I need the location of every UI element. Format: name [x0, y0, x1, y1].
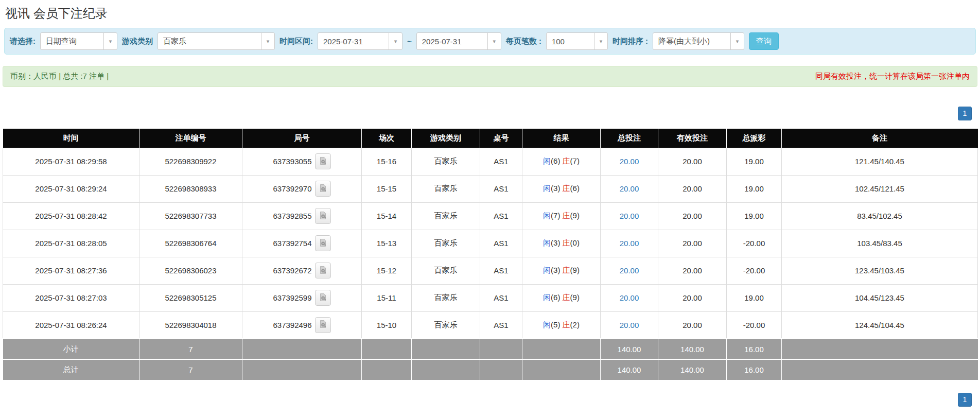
round-id: 637392496 — [273, 321, 311, 329]
table-row: 2025-07-31 08:27:03522698305125637392599… — [3, 284, 978, 311]
video-replay-button[interactable] — [315, 290, 331, 306]
table-row: 2025-07-31 08:28:05522698306764637392754… — [3, 230, 978, 257]
video-replay-button[interactable] — [315, 263, 331, 278]
round-id-cell: 637392672 — [242, 257, 362, 284]
result-player-score: (7) — [551, 211, 560, 220]
column-header: 游戏类别 — [412, 129, 480, 148]
column-header: 局号 — [242, 129, 362, 148]
bet-id-cell: 522698308933 — [139, 175, 242, 202]
total-bet-cell: 20.00 — [601, 148, 658, 175]
time-sort-select[interactable]: 降幂(由大到小) ▾ — [653, 32, 744, 50]
total-bet-link[interactable]: 20.00 — [620, 293, 639, 302]
page-size-select[interactable]: 100 ▾ — [546, 32, 608, 50]
total-bet-link[interactable]: 20.00 — [620, 157, 639, 166]
page-1-button[interactable]: 1 — [958, 393, 972, 407]
column-header: 有效投注 — [658, 129, 727, 148]
table-no-cell: AS1 — [480, 257, 522, 284]
video-replay-button[interactable] — [315, 208, 331, 224]
result-cell: 闲(3) 庄(9) — [522, 257, 601, 284]
video-replay-icon — [319, 238, 327, 249]
subtotal-row-payout: 16.00 — [727, 339, 782, 359]
video-replay-button[interactable] — [315, 153, 331, 169]
subtotal-row-label: 小计 — [3, 339, 139, 359]
chevron-down-icon[interactable]: ▾ — [487, 33, 501, 49]
session-cell: 15-14 — [362, 202, 412, 230]
grand-total-row-label: 总计 — [3, 359, 139, 380]
summary-bar: 币别：人民币 | 总共 :7 注单 | 同局有效投注，统一计算在该局第一张注单内 — [3, 66, 977, 87]
date-to-value: 2025-07-31 — [417, 33, 487, 49]
total-bet-cell: 20.00 — [601, 202, 658, 230]
result-cell: 闲(5) 庄(2) — [522, 311, 601, 339]
grand-total-row-empty — [412, 359, 480, 380]
remark-cell: 103.45/83.45 — [782, 230, 978, 257]
round-id-cell: 637392496 — [242, 311, 362, 339]
column-header: 时间 — [3, 129, 139, 148]
grand-total-row: 总计7140.00140.0016.00 — [3, 359, 978, 380]
chevron-down-icon[interactable]: ▾ — [730, 33, 744, 49]
total-bet-link[interactable]: 20.00 — [620, 266, 639, 275]
chevron-down-icon[interactable]: ▾ — [103, 33, 117, 49]
result-banker-label: 庄 — [563, 266, 570, 274]
date-from-select[interactable]: 2025-07-31 ▾ — [318, 32, 402, 50]
total-bet-cell: 20.00 — [601, 284, 658, 311]
result-banker-label: 庄 — [563, 293, 570, 302]
valid-bet-cell: 20.00 — [658, 257, 727, 284]
result-banker-label: 庄 — [563, 156, 570, 165]
result-banker-label: 庄 — [563, 320, 570, 329]
date-to-select[interactable]: 2025-07-31 ▾ — [416, 32, 501, 50]
result-banker-score: (9) — [570, 266, 580, 274]
chevron-down-icon[interactable]: ▾ — [389, 33, 402, 49]
page-1-button[interactable]: 1 — [958, 107, 972, 120]
round-id-cell: 637392599 — [242, 284, 362, 311]
column-header: 桌号 — [480, 129, 522, 148]
subtotal-row-total-bet: 140.00 — [601, 339, 658, 359]
page-title: 视讯 会员下注纪录 — [5, 5, 980, 22]
bet-id-cell: 522698306764 — [139, 230, 242, 257]
valid-bet-cell: 20.00 — [658, 175, 727, 202]
grand-total-row-empty — [782, 359, 978, 380]
game-type-label: 游戏类别 — [122, 37, 153, 46]
chevron-down-icon[interactable]: ▾ — [594, 33, 607, 49]
search-type-select[interactable]: 日期查询 ▾ — [40, 32, 117, 50]
result-banker-label: 庄 — [563, 238, 570, 247]
total-bet-link[interactable]: 20.00 — [620, 212, 639, 220]
subtotal-row-empty — [782, 339, 978, 359]
video-replay-button[interactable] — [315, 317, 331, 333]
game-type-value: 百家乐 — [158, 33, 261, 49]
remark-cell: 124.45/104.45 — [782, 311, 978, 339]
column-header: 总投注 — [601, 129, 658, 148]
video-replay-icon — [319, 156, 327, 167]
round-id: 637392672 — [273, 266, 311, 275]
result-banker-score: (6) — [570, 184, 580, 193]
game-type-select[interactable]: 百家乐 ▾ — [157, 32, 275, 50]
valid-bet-cell: 20.00 — [658, 311, 727, 339]
session-cell: 15-15 — [362, 175, 412, 202]
column-header: 总派彩 — [727, 129, 782, 148]
total-bet-cell: 20.00 — [601, 230, 658, 257]
result-player-label: 闲 — [543, 184, 551, 193]
chevron-down-icon[interactable]: ▾ — [261, 33, 274, 49]
grand-total-row-empty — [522, 359, 601, 380]
total-bet-link[interactable]: 20.00 — [620, 239, 639, 248]
result-cell: 闲(6) 庄(9) — [522, 284, 601, 311]
total-bet-cell: 20.00 — [601, 257, 658, 284]
total-bet-link[interactable]: 20.00 — [620, 184, 639, 193]
table-row: 2025-07-31 08:29:24522698308933637392970… — [3, 175, 978, 202]
table-row: 2025-07-31 08:27:36522698306023637392672… — [3, 257, 978, 284]
date-range-separator: ~ — [407, 37, 412, 46]
search-button[interactable]: 查询 — [749, 32, 779, 50]
bet-id-cell: 522698306023 — [139, 257, 242, 284]
video-replay-button[interactable] — [315, 235, 331, 251]
round-id-cell: 637392855 — [242, 202, 362, 230]
pagination-top: 1 — [0, 107, 980, 120]
total-bet-link[interactable]: 20.00 — [620, 321, 639, 329]
video-replay-icon — [319, 266, 327, 276]
table-body: 2025-07-31 08:29:58522698309922637393055… — [3, 148, 978, 380]
currency-total-text: 币别：人民币 | 总共 :7 注单 | — [10, 72, 109, 81]
payout-cell: 19.00 — [727, 202, 782, 230]
payout-cell: -20.00 — [727, 311, 782, 339]
video-replay-button[interactable] — [315, 181, 331, 197]
session-cell: 15-12 — [362, 257, 412, 284]
valid-bet-cell: 20.00 — [658, 230, 727, 257]
result-cell: 闲(3) 庄(0) — [522, 230, 601, 257]
